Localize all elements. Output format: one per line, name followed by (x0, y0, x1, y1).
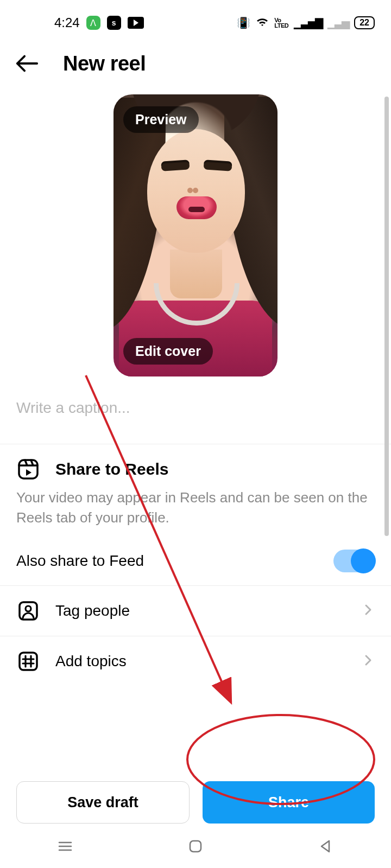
tag-people-row[interactable]: Tag people (0, 585, 391, 636)
svg-point-2 (26, 606, 31, 611)
also-share-to-feed-row: Also share to Feed (0, 540, 391, 585)
volte-icon: Vo LTED (274, 17, 288, 28)
status-app-icon-1: ᐱ (86, 16, 100, 30)
share-to-reels-section: Share to Reels Your video may appear in … (0, 444, 391, 540)
status-time: 4:24 (54, 15, 80, 30)
back-button[interactable] (14, 51, 39, 76)
tag-people-label: Tag people (55, 602, 346, 620)
edit-cover-button[interactable]: Edit cover (123, 338, 213, 365)
signal-icon-1: ▁▃▅▇ (294, 16, 322, 29)
battery-icon: 22 (354, 16, 375, 29)
status-bar: 4:24 ᐱ s 📳 Vo LTED ▁▃▅▇ ▁▃▅ 22 (0, 0, 391, 33)
share-to-reels-description: Your video may appear in Reels and can b… (16, 488, 375, 528)
nav-recent-button[interactable] (56, 838, 74, 857)
add-topics-label: Add topics (55, 653, 346, 670)
signal-icon-2: ▁▃▅ (327, 16, 349, 29)
chevron-right-icon (362, 603, 375, 618)
wifi-icon (256, 15, 269, 30)
save-draft-button[interactable]: Save draft (16, 781, 190, 824)
also-share-to-feed-toggle[interactable] (333, 550, 375, 572)
add-topics-icon (16, 650, 40, 672)
add-topics-row[interactable]: Add topics (0, 636, 391, 686)
tag-people-icon (16, 600, 40, 622)
status-app-icon-2: s (107, 16, 121, 30)
caption-input[interactable] (16, 399, 375, 417)
scrollbar[interactable] (384, 97, 389, 536)
svg-rect-3 (20, 653, 37, 670)
system-nav-bar (0, 831, 391, 864)
reel-cover-thumbnail[interactable]: Preview Edit cover (113, 94, 278, 376)
svg-rect-0 (19, 460, 37, 478)
page-title: New reel (63, 52, 146, 75)
nav-back-button[interactable] (317, 838, 335, 857)
youtube-icon (128, 17, 144, 29)
share-to-reels-title: Share to Reels (55, 460, 168, 478)
preview-button[interactable]: Preview (123, 106, 199, 133)
reels-icon (16, 458, 40, 480)
nav-home-button[interactable] (187, 838, 204, 857)
share-button[interactable]: Share (203, 781, 375, 824)
vibrate-icon: 📳 (237, 16, 250, 29)
bottom-action-bar: Save draft Share (0, 781, 391, 824)
app-header: New reel (0, 33, 391, 94)
also-share-to-feed-label: Also share to Feed (16, 552, 144, 570)
svg-rect-4 (190, 841, 201, 852)
arrow-left-icon (14, 51, 39, 76)
chevron-right-icon (362, 654, 375, 669)
